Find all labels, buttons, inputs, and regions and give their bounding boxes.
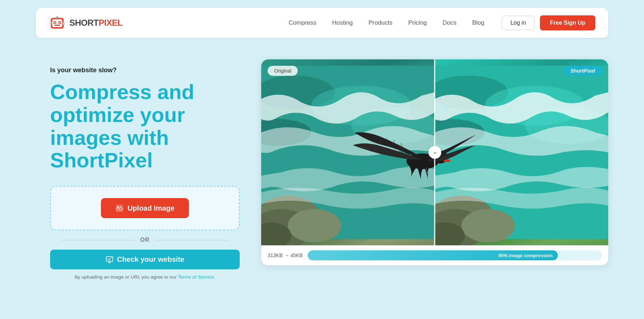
- hero-left: Is your website slow? Compress and optim…: [50, 59, 240, 280]
- nav-products[interactable]: Products: [369, 19, 392, 26]
- hero-right: Original ShortPixel ‹ › 313KB → 45KB 85%…: [261, 59, 608, 265]
- size-info: 313KB → 45KB: [268, 252, 303, 258]
- signup-button[interactable]: Free Sign Up: [540, 15, 595, 30]
- logo[interactable]: SHORTPIXEL: [49, 14, 122, 31]
- nav-compress[interactable]: Compress: [289, 19, 316, 26]
- or-line-right: [155, 240, 229, 240]
- nav-hosting[interactable]: Hosting: [332, 19, 353, 26]
- hero-section: Is your website slow? Compress and optim…: [0, 38, 644, 294]
- compression-label: 85% image compression: [498, 253, 553, 258]
- or-divider: OR: [50, 237, 240, 243]
- bird-silhouette: [351, 104, 480, 211]
- navbar: SHORTPIXEL Compress Hosting Products Pri…: [36, 8, 608, 38]
- svg-rect-8: [50, 21, 52, 25]
- upload-box: Upload Image: [50, 186, 240, 230]
- logo-text: SHORTPIXEL: [69, 18, 122, 28]
- svg-point-30: [462, 209, 515, 242]
- hero-title: Compress and optimize your images with S…: [50, 80, 240, 172]
- svg-rect-9: [63, 21, 65, 25]
- nav-links: Compress Hosting Products Pricing Docs B…: [289, 19, 484, 26]
- svg-point-4: [54, 22, 55, 23]
- svg-rect-6: [54, 25, 60, 26]
- check-button-label: Check your website: [117, 255, 184, 264]
- monitor-icon: [106, 256, 113, 264]
- progress-track: 85% image compression: [308, 250, 602, 260]
- or-text: OR: [140, 237, 150, 243]
- shortpixel-label: ShortPixel: [564, 66, 602, 76]
- nav-actions: Log in Free Sign Up: [502, 15, 595, 30]
- comparison-slider[interactable]: ‹ ›: [434, 59, 435, 245]
- nav-docs[interactable]: Docs: [443, 19, 457, 26]
- original-label: Original: [268, 66, 298, 76]
- svg-point-21: [288, 209, 341, 242]
- svg-point-5: [59, 22, 60, 23]
- shortpixel-logo-icon: [49, 14, 66, 31]
- compression-bar: 313KB → 45KB 85% image compression: [261, 245, 608, 265]
- check-website-button[interactable]: Check your website: [50, 250, 240, 269]
- upload-button-label: Upload Image: [127, 204, 174, 212]
- hero-subtitle: Is your website slow?: [50, 67, 240, 74]
- svg-rect-7: [56, 16, 59, 19]
- login-button[interactable]: Log in: [502, 16, 535, 30]
- image-comparison-container: Original ShortPixel ‹ › 313KB → 45KB 85%…: [261, 59, 608, 265]
- svg-rect-11: [116, 205, 123, 210]
- nav-pricing[interactable]: Pricing: [408, 19, 427, 26]
- comparison-images: Original ShortPixel ‹ ›: [261, 59, 608, 245]
- terms-text: By uploading an image or URL you agree t…: [50, 274, 240, 280]
- upload-icon: [115, 204, 124, 212]
- or-line-left: [61, 240, 135, 240]
- terms-link[interactable]: Terms of Service.: [178, 274, 215, 280]
- progress-fill: 85% image compression: [308, 250, 558, 260]
- slider-handle-circle[interactable]: ‹ ›: [428, 146, 441, 159]
- nav-blog[interactable]: Blog: [472, 19, 484, 26]
- upload-image-button[interactable]: Upload Image: [101, 198, 189, 218]
